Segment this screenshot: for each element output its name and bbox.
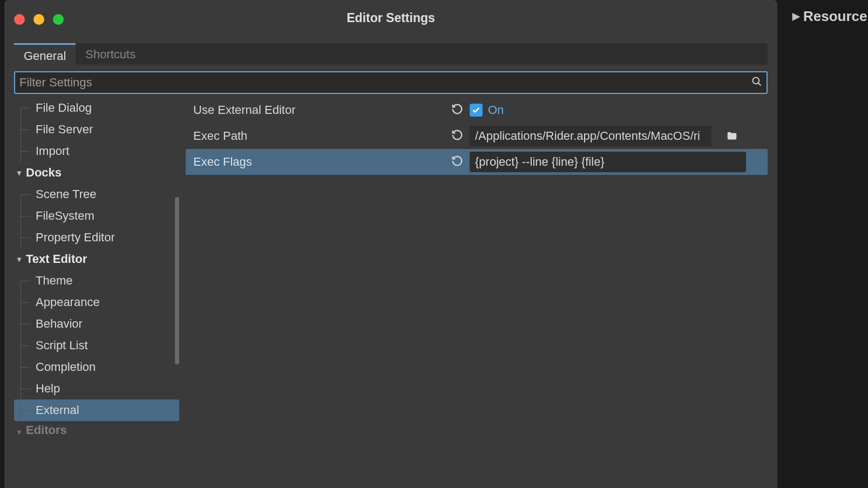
reset-icon[interactable] <box>451 155 466 169</box>
sidebar-item-behavior[interactable]: Behavior <box>14 313 179 335</box>
use-external-editor-checkbox[interactable] <box>470 104 483 117</box>
tab-general[interactable]: General <box>14 43 76 65</box>
property-exec-path: Exec Path <box>186 123 768 149</box>
sidebar-item-file-server[interactable]: File Server <box>14 119 179 140</box>
sidebar-item-appearance[interactable]: Appearance <box>14 292 179 313</box>
chevron-right-icon: ▶ <box>792 10 800 22</box>
reset-icon[interactable] <box>451 129 466 143</box>
search-icon <box>751 76 762 89</box>
settings-sidebar: File Dialog File Server Import ▾ Docks S… <box>14 97 179 475</box>
svg-point-0 <box>753 78 760 84</box>
sidebar-item-theme[interactable]: Theme <box>14 270 179 292</box>
sidebar-group-editors[interactable]: ▾ Editors <box>14 421 179 441</box>
sidebar-item-file-dialog[interactable]: File Dialog <box>14 97 179 119</box>
close-window-button[interactable] <box>14 14 25 25</box>
property-use-external-editor: Use External Editor On <box>186 97 768 123</box>
sidebar-item-help[interactable]: Help <box>14 378 179 399</box>
exec-flags-input[interactable] <box>470 152 746 172</box>
chevron-down-icon: ▾ <box>17 428 21 436</box>
sidebar-item-external[interactable]: External <box>14 399 179 421</box>
sidebar-item-import[interactable]: Import <box>14 140 179 162</box>
traffic-lights <box>14 14 64 25</box>
sidebar-item-script-list[interactable]: Script List <box>14 335 179 356</box>
sidebar-group-text-editor[interactable]: ▾ Text Editor <box>14 248 179 270</box>
property-label: Exec Path <box>193 129 451 143</box>
background-resource-label: ▶ Resource <box>782 0 868 32</box>
reset-icon[interactable] <box>451 103 466 117</box>
svg-line-1 <box>758 83 761 86</box>
sidebar-item-property-editor[interactable]: Property Editor <box>14 227 179 248</box>
property-label: Exec Flags <box>193 155 451 169</box>
sidebar-item-completion[interactable]: Completion <box>14 356 179 378</box>
tabs: General Shortcuts <box>14 43 768 65</box>
property-exec-flags: Exec Flags <box>186 149 768 175</box>
resource-text: Resource <box>803 8 867 25</box>
property-label: Use External Editor <box>193 103 451 117</box>
sidebar-item-scene-tree[interactable]: Scene Tree <box>14 184 179 205</box>
exec-path-input[interactable] <box>470 126 711 146</box>
titlebar: Editor Settings <box>4 0 777 36</box>
browse-folder-button[interactable] <box>720 126 744 146</box>
settings-main-panel: Use External Editor On Exec Path <box>186 97 768 475</box>
sidebar-scrollbar[interactable] <box>175 197 179 364</box>
chevron-down-icon: ▾ <box>17 168 21 177</box>
maximize-window-button[interactable] <box>53 14 64 25</box>
tab-shortcuts[interactable]: Shortcuts <box>76 43 145 65</box>
editor-settings-window: Editor Settings General Shortcuts File D… <box>4 0 777 488</box>
chevron-down-icon: ▾ <box>17 255 21 263</box>
sidebar-group-docks[interactable]: ▾ Docks <box>14 162 179 184</box>
minimize-window-button[interactable] <box>33 14 44 25</box>
filter-settings-input[interactable] <box>14 71 768 94</box>
sidebar-item-filesystem[interactable]: FileSystem <box>14 205 179 227</box>
window-title: Editor Settings <box>4 11 777 25</box>
checkbox-on-label: On <box>488 103 504 117</box>
